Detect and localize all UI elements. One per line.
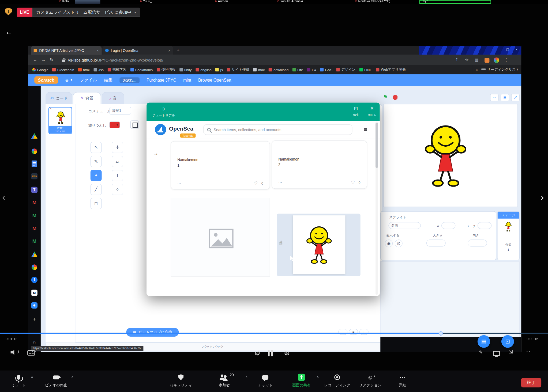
window-close-button[interactable]: ×: [516, 47, 518, 52]
back-button[interactable]: ←: [5, 28, 12, 36]
window-minimize-button[interactable]: –: [497, 47, 500, 52]
window-maximize-button[interactable]: □: [506, 47, 509, 52]
nav-back-icon[interactable]: ←: [33, 58, 37, 62]
small-stage-button[interactable]: ▭: [490, 94, 498, 101]
messenger-icon[interactable]: [31, 302, 38, 309]
participant-chip[interactable]: ⊘Noritaka Okabe(JPYC): [355, 0, 391, 3]
bookmark-item[interactable]: mac: [253, 68, 265, 71]
participant-chip[interactable]: ⊘Yosuke Aramaki: [277, 0, 303, 3]
participant-chip[interactable]: ⊘Kato: [59, 0, 69, 3]
nft-card[interactable]: Namakemon 1 ⋯ ♡ 0: [171, 141, 270, 190]
tab-sounds[interactable]: ♪音: [102, 92, 124, 104]
tool-line[interactable]: ╱: [91, 184, 102, 195]
scrollbar[interactable]: [376, 121, 378, 295]
gmail-icon[interactable]: M: [31, 199, 38, 206]
camera-fab[interactable]: ⊡: [501, 335, 514, 348]
mint-button[interactable]: mint: [183, 78, 191, 82]
nft-preview-card[interactable]: [293, 215, 345, 274]
extension-icon[interactable]: [485, 58, 489, 63]
tool-rectangle[interactable]: □: [91, 198, 102, 209]
tutorial-shrink-button[interactable]: ⊡ 縮小: [350, 106, 362, 117]
rewind-button[interactable]: ↺10: [252, 349, 262, 359]
more-button[interactable]: ⋯詳細: [399, 373, 406, 388]
bookmark-item[interactable]: サイト作成: [227, 67, 249, 72]
outline-swatch-button[interactable]: [130, 120, 139, 129]
tool-circle[interactable]: ○: [112, 184, 123, 195]
costume-thumbnail[interactable]: 1 背景1210 x 240: [48, 107, 72, 134]
edit-menu[interactable]: 編集: [104, 77, 112, 83]
like-heart-icon[interactable]: ♡: [254, 181, 258, 185]
end-meeting-button[interactable]: 終了: [521, 378, 541, 387]
sprite-name-input[interactable]: [388, 222, 421, 229]
add-app-icon[interactable]: +: [31, 315, 38, 323]
docs-icon[interactable]: [31, 160, 38, 168]
tool-select[interactable]: ↖: [91, 142, 102, 153]
bookmark-item[interactable]: download: [269, 68, 288, 71]
convert-bitmap-button[interactable]: ▦ビットマップに変換: [126, 328, 179, 337]
whiteboard-fab[interactable]: ▤: [478, 335, 490, 348]
bookmark-item[interactable]: GAS: [320, 68, 332, 71]
volume-icon[interactable]: [10, 349, 16, 355]
notifications-bell-icon[interactable]: ∩: [31, 338, 38, 346]
exit-fullscreen-button[interactable]: ⇲: [509, 349, 513, 355]
card-more-icon[interactable]: ⋯: [177, 181, 181, 185]
captions-button[interactable]: [27, 350, 35, 356]
participants-button[interactable]: 20参加者: [219, 373, 230, 388]
mute-button[interactable]: ミュート: [11, 373, 26, 388]
stage-selector-panel[interactable]: ステージ 背景 1: [497, 211, 520, 260]
card-more-icon[interactable]: ⋯: [278, 180, 282, 184]
google-drive-icon[interactable]: [31, 250, 38, 258]
scratch-logo[interactable]: Scratch: [34, 76, 58, 83]
tool-reshape[interactable]: ✛: [112, 142, 123, 153]
forward-button[interactable]: ↻30: [282, 349, 292, 359]
reactions-button[interactable]: ☺+リアクション: [359, 373, 381, 388]
chat-button[interactable]: チャット: [258, 373, 273, 388]
fullscreen-button[interactable]: ⤢: [511, 94, 520, 101]
language-globe-button[interactable]: ⊕▼: [65, 78, 73, 82]
opensea-brand[interactable]: OpenSea: [169, 126, 193, 132]
facebook-icon[interactable]: f: [31, 277, 38, 283]
bookmark-item[interactable]: Google: [32, 68, 48, 71]
livestream-status-button[interactable]: カスタムライブストリーム配信サービス に参加中 ▼: [32, 8, 140, 17]
search-input[interactable]: [213, 127, 348, 132]
mute-options-caret[interactable]: ∧: [31, 375, 33, 379]
bookmark-item[interactable]: LINE: [359, 68, 372, 71]
google-photos-icon[interactable]: [31, 263, 38, 271]
like-heart-icon[interactable]: ♡: [351, 180, 355, 185]
new-tab-button[interactable]: +: [177, 47, 180, 53]
stage-character[interactable]: [416, 121, 475, 187]
participant-video-thumbnail[interactable]: [75, 0, 100, 4]
tool-eraser[interactable]: ▱: [112, 156, 123, 167]
y-input[interactable]: [478, 222, 491, 229]
notion-icon[interactable]: N: [31, 290, 38, 296]
bookmark-item[interactable]: Bookmarks: [130, 68, 153, 71]
bookmark-item[interactable]: english: [196, 68, 212, 71]
browser-tab-active[interactable]: DRDM NFT Artist ver.JPYC ×: [31, 46, 102, 55]
bookmark-item[interactable]: Jss: [93, 68, 104, 71]
bookmark-item[interactable]: Webアプリ開発: [376, 67, 406, 72]
direction-input[interactable]: [468, 239, 487, 246]
bookmark-item[interactable]: 便利情報: [157, 67, 176, 72]
bookmark-item[interactable]: 機械学習: [107, 67, 126, 72]
bookmarks-overflow-icon[interactable]: »: [476, 67, 478, 72]
browser-menu-kebab-icon[interactable]: ⋮: [504, 58, 508, 62]
bookmark-item[interactable]: js: [215, 68, 223, 71]
stop-video-button[interactable]: ビデオの停止: [45, 373, 67, 388]
size-input[interactable]: [426, 239, 446, 246]
side-panel-icon[interactable]: ▥: [475, 58, 479, 62]
share-page-icon[interactable]: ↥: [455, 58, 459, 62]
lock-icon[interactable]: [62, 60, 65, 62]
url-text[interactable]: ys-isbs.github.io/JPYC-hackathon-2nd-wkb…: [68, 58, 163, 62]
security-button[interactable]: セキュリティ: [170, 373, 192, 388]
participants-caret[interactable]: ∧: [245, 375, 248, 379]
google-drive-icon[interactable]: [31, 132, 38, 140]
previous-video-button[interactable]: ‹: [2, 192, 5, 203]
aws-icon[interactable]: aws: [31, 173, 38, 180]
bookmark-item[interactable]: html: [78, 68, 89, 71]
wallet-address-chip[interactable]: 0x935...: [119, 77, 140, 83]
hamburger-menu-icon[interactable]: ≡: [364, 127, 367, 133]
opensea-search-box[interactable]: [203, 124, 352, 135]
tutorial-header[interactable]: ☼ チュートリアル ⊡ 縮小 ✕ 閉じる: [147, 103, 380, 121]
nav-arrow-icon[interactable]: →: [153, 150, 159, 157]
hide-button[interactable]: ∅: [395, 239, 403, 247]
